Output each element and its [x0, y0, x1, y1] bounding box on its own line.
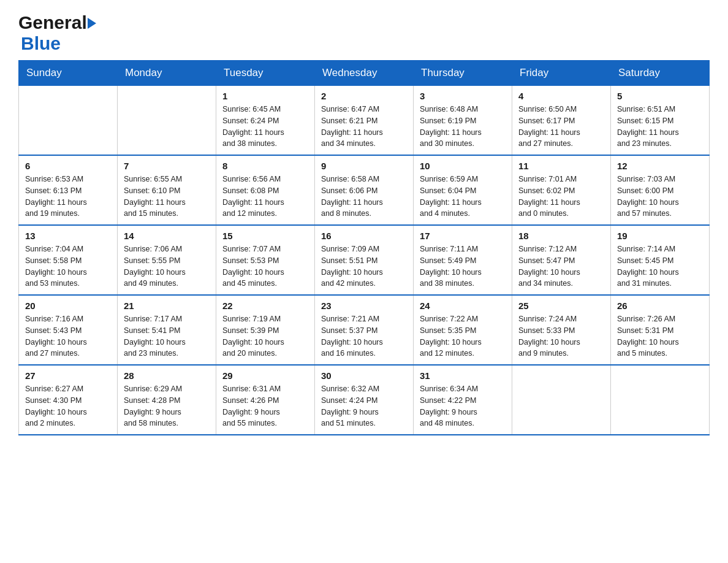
day-number: 11 — [518, 161, 604, 171]
day-info: Sunrise: 6:58 AM Sunset: 6:06 PM Dayligh… — [321, 174, 407, 220]
calendar-cell: 5Sunrise: 6:51 AM Sunset: 6:15 PM Daylig… — [611, 86, 710, 156]
logo-blue: Blue — [21, 33, 61, 54]
day-number: 16 — [321, 231, 407, 241]
day-number: 21 — [124, 301, 210, 311]
day-info: Sunrise: 7:21 AM Sunset: 5:37 PM Dayligh… — [321, 313, 407, 359]
calendar-cell: 21Sunrise: 7:17 AM Sunset: 5:41 PM Dayli… — [118, 295, 216, 365]
calendar-cell: 19Sunrise: 7:14 AM Sunset: 5:45 PM Dayli… — [611, 225, 710, 295]
week-row-4: 20Sunrise: 7:16 AM Sunset: 5:43 PM Dayli… — [19, 295, 710, 365]
day-number: 8 — [222, 161, 308, 171]
day-number: 2 — [321, 91, 407, 101]
day-info: Sunrise: 7:09 AM Sunset: 5:51 PM Dayligh… — [321, 243, 407, 289]
day-number: 17 — [420, 231, 506, 241]
calendar-cell: 24Sunrise: 7:22 AM Sunset: 5:35 PM Dayli… — [414, 295, 512, 365]
day-info: Sunrise: 7:26 AM Sunset: 5:31 PM Dayligh… — [617, 313, 703, 359]
calendar-cell: 16Sunrise: 7:09 AM Sunset: 5:51 PM Dayli… — [315, 225, 414, 295]
day-number: 27 — [25, 370, 111, 381]
day-number: 5 — [617, 91, 703, 101]
day-info: Sunrise: 7:24 AM Sunset: 5:33 PM Dayligh… — [518, 313, 604, 359]
day-info: Sunrise: 6:48 AM Sunset: 6:19 PM Dayligh… — [420, 104, 506, 150]
calendar-cell: 25Sunrise: 7:24 AM Sunset: 5:33 PM Dayli… — [512, 295, 611, 365]
weekday-header-row: SundayMondayTuesdayWednesdayThursdayFrid… — [19, 61, 710, 86]
calendar-cell: 27Sunrise: 6:27 AM Sunset: 4:30 PM Dayli… — [19, 365, 118, 435]
week-row-5: 27Sunrise: 6:27 AM Sunset: 4:30 PM Dayli… — [19, 365, 710, 435]
logo: General Blue — [18, 12, 96, 54]
calendar-cell: 20Sunrise: 7:16 AM Sunset: 5:43 PM Dayli… — [19, 295, 118, 365]
day-number: 30 — [321, 370, 407, 381]
day-number: 18 — [518, 231, 604, 241]
logo-arrow-icon — [88, 18, 96, 29]
day-info: Sunrise: 6:27 AM Sunset: 4:30 PM Dayligh… — [25, 383, 111, 429]
day-number: 22 — [222, 301, 308, 311]
day-info: Sunrise: 6:32 AM Sunset: 4:24 PM Dayligh… — [321, 383, 407, 429]
day-number: 9 — [321, 161, 407, 171]
calendar-cell: 13Sunrise: 7:04 AM Sunset: 5:58 PM Dayli… — [19, 225, 118, 295]
day-number: 24 — [420, 301, 506, 311]
calendar-cell: 12Sunrise: 7:03 AM Sunset: 6:00 PM Dayli… — [611, 155, 710, 225]
day-info: Sunrise: 6:34 AM Sunset: 4:22 PM Dayligh… — [420, 383, 506, 429]
logo-general: General — [18, 12, 87, 33]
weekday-header-thursday: Thursday — [414, 61, 512, 86]
day-number: 19 — [617, 231, 703, 241]
day-number: 23 — [321, 301, 407, 311]
calendar-cell: 11Sunrise: 7:01 AM Sunset: 6:02 PM Dayli… — [512, 155, 611, 225]
calendar-cell: 23Sunrise: 7:21 AM Sunset: 5:37 PM Dayli… — [315, 295, 414, 365]
day-info: Sunrise: 6:47 AM Sunset: 6:21 PM Dayligh… — [321, 104, 407, 150]
day-info: Sunrise: 7:06 AM Sunset: 5:55 PM Dayligh… — [124, 243, 210, 289]
calendar-cell: 6Sunrise: 6:53 AM Sunset: 6:13 PM Daylig… — [19, 155, 118, 225]
day-info: Sunrise: 7:04 AM Sunset: 5:58 PM Dayligh… — [25, 243, 111, 289]
day-info: Sunrise: 7:19 AM Sunset: 5:39 PM Dayligh… — [222, 313, 308, 359]
day-info: Sunrise: 7:12 AM Sunset: 5:47 PM Dayligh… — [518, 243, 604, 289]
week-row-2: 6Sunrise: 6:53 AM Sunset: 6:13 PM Daylig… — [19, 155, 710, 225]
weekday-header-wednesday: Wednesday — [315, 61, 414, 86]
calendar-cell: 9Sunrise: 6:58 AM Sunset: 6:06 PM Daylig… — [315, 155, 414, 225]
calendar-cell: 26Sunrise: 7:26 AM Sunset: 5:31 PM Dayli… — [611, 295, 710, 365]
day-number: 25 — [518, 301, 604, 311]
day-info: Sunrise: 6:50 AM Sunset: 6:17 PM Dayligh… — [518, 104, 604, 150]
week-row-1: 1Sunrise: 6:45 AM Sunset: 6:24 PM Daylig… — [19, 86, 710, 156]
calendar-cell: 2Sunrise: 6:47 AM Sunset: 6:21 PM Daylig… — [315, 86, 414, 156]
day-info: Sunrise: 6:59 AM Sunset: 6:04 PM Dayligh… — [420, 174, 506, 220]
day-info: Sunrise: 7:11 AM Sunset: 5:49 PM Dayligh… — [420, 243, 506, 289]
day-number: 31 — [420, 370, 506, 381]
day-info: Sunrise: 7:14 AM Sunset: 5:45 PM Dayligh… — [617, 243, 703, 289]
day-info: Sunrise: 7:22 AM Sunset: 5:35 PM Dayligh… — [420, 313, 506, 359]
calendar-cell: 29Sunrise: 6:31 AM Sunset: 4:26 PM Dayli… — [216, 365, 315, 435]
weekday-header-saturday: Saturday — [611, 61, 710, 86]
weekday-header-sunday: Sunday — [19, 61, 118, 86]
day-info: Sunrise: 6:56 AM Sunset: 6:08 PM Dayligh… — [222, 174, 308, 220]
day-number: 7 — [124, 161, 210, 171]
calendar-cell: 31Sunrise: 6:34 AM Sunset: 4:22 PM Dayli… — [414, 365, 512, 435]
calendar-cell: 8Sunrise: 6:56 AM Sunset: 6:08 PM Daylig… — [216, 155, 315, 225]
day-number: 29 — [222, 370, 308, 381]
calendar-cell: 28Sunrise: 6:29 AM Sunset: 4:28 PM Dayli… — [118, 365, 216, 435]
day-info: Sunrise: 6:53 AM Sunset: 6:13 PM Dayligh… — [25, 174, 111, 220]
day-number: 26 — [617, 301, 703, 311]
day-number: 14 — [124, 231, 210, 241]
calendar-cell: 17Sunrise: 7:11 AM Sunset: 5:49 PM Dayli… — [414, 225, 512, 295]
day-number: 20 — [25, 301, 111, 311]
day-number: 12 — [617, 161, 703, 171]
calendar-cell: 18Sunrise: 7:12 AM Sunset: 5:47 PM Dayli… — [512, 225, 611, 295]
day-number: 13 — [25, 231, 111, 241]
calendar-cell: 3Sunrise: 6:48 AM Sunset: 6:19 PM Daylig… — [414, 86, 512, 156]
day-number: 4 — [518, 91, 604, 101]
day-info: Sunrise: 7:16 AM Sunset: 5:43 PM Dayligh… — [25, 313, 111, 359]
day-number: 3 — [420, 91, 506, 101]
calendar-cell: 30Sunrise: 6:32 AM Sunset: 4:24 PM Dayli… — [315, 365, 414, 435]
calendar-cell: 15Sunrise: 7:07 AM Sunset: 5:53 PM Dayli… — [216, 225, 315, 295]
day-info: Sunrise: 6:51 AM Sunset: 6:15 PM Dayligh… — [617, 104, 703, 150]
calendar-cell: 1Sunrise: 6:45 AM Sunset: 6:24 PM Daylig… — [216, 86, 315, 156]
day-info: Sunrise: 7:03 AM Sunset: 6:00 PM Dayligh… — [617, 174, 703, 220]
day-number: 1 — [222, 91, 308, 101]
day-info: Sunrise: 7:17 AM Sunset: 5:41 PM Dayligh… — [124, 313, 210, 359]
day-number: 15 — [222, 231, 308, 241]
calendar-cell — [19, 86, 118, 156]
weekday-header-tuesday: Tuesday — [216, 61, 315, 86]
day-info: Sunrise: 7:07 AM Sunset: 5:53 PM Dayligh… — [222, 243, 308, 289]
day-number: 6 — [25, 161, 111, 171]
calendar-cell: 22Sunrise: 7:19 AM Sunset: 5:39 PM Dayli… — [216, 295, 315, 365]
day-number: 10 — [420, 161, 506, 171]
calendar-cell: 4Sunrise: 6:50 AM Sunset: 6:17 PM Daylig… — [512, 86, 611, 156]
day-number: 28 — [124, 370, 210, 381]
